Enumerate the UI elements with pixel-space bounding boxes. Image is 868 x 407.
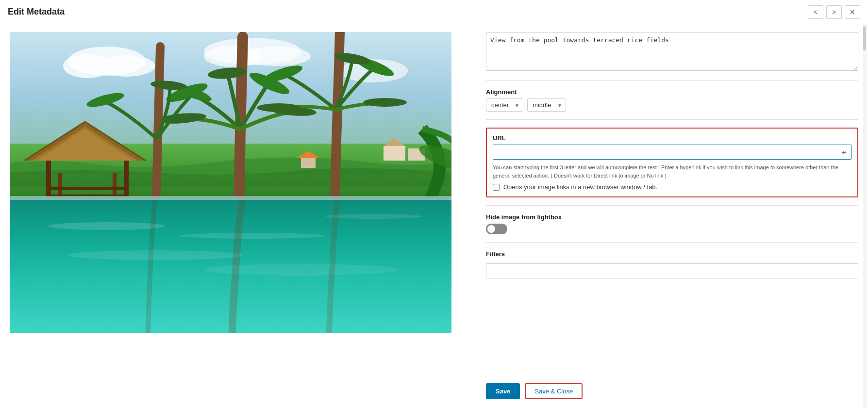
description-section bbox=[486, 24, 858, 72]
page-title: Edit Metadata bbox=[8, 7, 65, 17]
filters-input[interactable] bbox=[486, 263, 858, 278]
scrollbar-track bbox=[863, 24, 867, 407]
svg-rect-13 bbox=[301, 158, 316, 168]
svg-point-3 bbox=[97, 55, 155, 77]
toggle-knob bbox=[487, 225, 495, 233]
scrollbar-thumb[interactable] bbox=[863, 26, 866, 50]
pool-image bbox=[10, 32, 451, 333]
divider-2 bbox=[486, 119, 858, 120]
url-label: URL bbox=[493, 134, 851, 142]
svg-rect-19 bbox=[46, 187, 129, 190]
svg-point-43 bbox=[180, 233, 325, 239]
description-textarea[interactable] bbox=[486, 32, 858, 71]
hide-lightbox-toggle[interactable] bbox=[486, 224, 507, 234]
svg-rect-9 bbox=[384, 146, 405, 161]
alignment-label: Alignment bbox=[486, 88, 858, 96]
new-tab-checkbox[interactable] bbox=[493, 184, 500, 191]
divider-3 bbox=[486, 205, 858, 206]
alignment-controls: left center right ▼ top middle bottom ▼ bbox=[486, 98, 858, 112]
main-content: Alignment left center right ▼ top mid bbox=[0, 24, 868, 407]
app-container: Edit Metadata < > ✕ bbox=[0, 0, 868, 407]
alignment-section: Alignment left center right ▼ top mid bbox=[486, 88, 858, 112]
new-tab-row: Opens your image links in a new browser … bbox=[493, 183, 851, 191]
new-tab-label: Opens your image links in a new browser … bbox=[503, 183, 657, 191]
image-container bbox=[10, 32, 451, 333]
horizontal-align-select[interactable]: left center right bbox=[486, 98, 523, 112]
close-button[interactable]: ✕ bbox=[845, 5, 860, 19]
horizontal-align-wrapper: left center right ▼ bbox=[486, 98, 523, 112]
divider-4 bbox=[486, 242, 858, 243]
vertical-align-select[interactable]: top middle bottom bbox=[527, 98, 566, 112]
hide-lightbox-label: Hide image from lightbox bbox=[486, 213, 858, 221]
hide-lightbox-section: Hide image from lightbox bbox=[486, 213, 858, 234]
svg-point-34 bbox=[363, 98, 407, 107]
svg-point-45 bbox=[68, 250, 243, 260]
svg-rect-47 bbox=[10, 196, 451, 200]
url-input-wrapper: ↵ bbox=[493, 145, 851, 160]
enter-icon: ↵ bbox=[842, 148, 848, 156]
svg-point-6 bbox=[243, 47, 311, 66]
url-input[interactable] bbox=[493, 145, 851, 160]
filters-label: Filters bbox=[486, 250, 858, 258]
image-panel bbox=[0, 24, 476, 407]
prev-button[interactable]: < bbox=[808, 5, 823, 19]
toggle-container bbox=[486, 224, 858, 234]
filters-section: Filters bbox=[486, 250, 858, 278]
url-section: URL ↵ You can start typing the first 3 l… bbox=[486, 128, 858, 197]
url-hint: You can start typing the first 3 letter … bbox=[493, 163, 851, 179]
footer-buttons: Save Save & Close bbox=[486, 378, 858, 399]
header: Edit Metadata < > ✕ bbox=[0, 0, 868, 24]
svg-point-42 bbox=[49, 222, 165, 230]
svg-point-35 bbox=[257, 103, 300, 112]
right-panel: Alignment left center right ▼ top mid bbox=[476, 24, 868, 407]
header-controls: < > ✕ bbox=[808, 5, 860, 19]
svg-point-44 bbox=[325, 214, 422, 219]
save-close-button[interactable]: Save & Close bbox=[525, 383, 583, 399]
save-button[interactable]: Save bbox=[486, 383, 520, 399]
vertical-align-wrapper: top middle bottom ▼ bbox=[527, 98, 566, 112]
divider-1 bbox=[486, 80, 858, 81]
next-button[interactable]: > bbox=[826, 5, 842, 19]
